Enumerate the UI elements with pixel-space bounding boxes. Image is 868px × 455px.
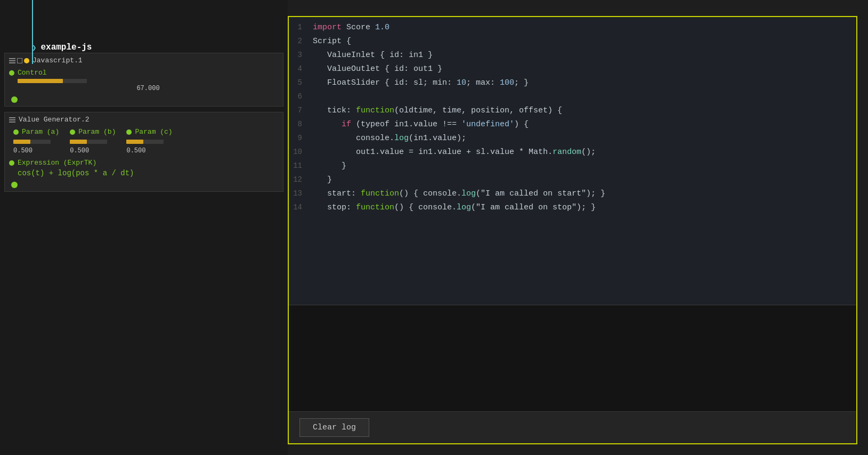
code-line: 10 out1.value = in1.value + sl.value * M… bbox=[289, 147, 856, 161]
node-icons bbox=[9, 58, 29, 63]
dot-green-expr bbox=[9, 160, 14, 166]
line-number: 4 bbox=[289, 64, 313, 73]
code-line: 8 if (typeof in1.value !== 'undefined') … bbox=[289, 119, 856, 133]
param-c-value: 0.500 bbox=[126, 147, 145, 155]
line-number: 13 bbox=[289, 189, 313, 198]
line-number: 1 bbox=[289, 23, 313, 31]
node-javascript: Javascript.1 Control 67.000 bbox=[4, 53, 283, 107]
line-content: } bbox=[313, 175, 332, 184]
dot-green-c bbox=[126, 129, 132, 135]
line-content: out1.value = in1.value + sl.value * Math… bbox=[313, 148, 596, 157]
param-a-value: 0.500 bbox=[13, 147, 33, 155]
expression-label: Expression (ExprTK) bbox=[18, 159, 96, 167]
line-content: start: function() { console.log("I am ca… bbox=[313, 189, 605, 198]
code-line: 6 bbox=[289, 92, 856, 105]
param-c-row: Param (c) bbox=[126, 128, 172, 136]
control-slider[interactable]: 67.000 bbox=[18, 79, 279, 92]
line-number: 9 bbox=[289, 134, 313, 142]
param-a-row: Param (a) bbox=[13, 128, 59, 136]
param-a-col: Param (a) 0.500 bbox=[13, 128, 59, 155]
param-a-fill bbox=[13, 140, 30, 144]
node-header-vg: Value Generator.2 bbox=[9, 116, 279, 124]
code-line: 14 stop: function() { console.log("I am … bbox=[289, 202, 856, 216]
console-area bbox=[289, 305, 856, 411]
line-number: 6 bbox=[289, 92, 313, 101]
node-value-generator: Value Generator.2 Param (a) 0.500 Param … bbox=[4, 112, 283, 192]
dot-green-a bbox=[13, 129, 19, 135]
code-line: 4 ValueOutlet { id: out1 } bbox=[289, 64, 856, 78]
line-content: if (typeof in1.value !== 'undefined') { bbox=[313, 120, 529, 129]
line-content: Script { bbox=[313, 37, 351, 46]
line-content: ValueInlet { id: in1 } bbox=[313, 51, 433, 60]
param-a-slider[interactable] bbox=[13, 140, 51, 144]
line-number: 12 bbox=[289, 175, 313, 184]
code-editor-panel: 1import Score 1.02Script {3 ValueInlet {… bbox=[288, 16, 857, 444]
node-header-js: Javascript.1 bbox=[9, 56, 279, 64]
slider-value: 67.000 bbox=[18, 85, 279, 92]
panel-title-text: example-js bbox=[40, 43, 92, 52]
node-name-vg: Value Generator.2 bbox=[19, 116, 90, 124]
expression-value: cos(t) + log(pos * a / dt) bbox=[18, 169, 279, 177]
code-line: 2Script { bbox=[289, 36, 856, 50]
line-content: ValueOutlet { id: out1 } bbox=[313, 64, 442, 74]
line-content: FloatSlider { id: sl; min: 10; max: 100;… bbox=[313, 78, 529, 87]
code-line: 13 start: function() { console.log("I am… bbox=[289, 189, 856, 202]
square-icon bbox=[17, 58, 22, 63]
line-number: 11 bbox=[289, 161, 313, 170]
menu-icon-2[interactable] bbox=[9, 117, 15, 123]
code-line: 9 console.log(in1.value); bbox=[289, 133, 856, 147]
menu-icon[interactable] bbox=[9, 58, 15, 63]
param-b-label: Param (b) bbox=[78, 128, 116, 136]
bottom-bar: Clear log bbox=[289, 411, 856, 443]
line-number: 8 bbox=[289, 120, 313, 128]
param-b-fill bbox=[70, 140, 87, 144]
code-area[interactable]: 1import Score 1.02Script {3 ValueInlet {… bbox=[289, 17, 856, 305]
line-content: import Score 1.0 bbox=[313, 23, 390, 32]
panel-title: ❯ example-js bbox=[32, 43, 92, 52]
left-panel: ❯ example-js Javascript.1 Control 67.000 bbox=[0, 0, 288, 455]
param-c-label: Param (c) bbox=[135, 128, 172, 136]
line-content: } bbox=[313, 161, 346, 170]
dot-green-b bbox=[70, 129, 75, 135]
line-content: stop: function() { console.log("I am cal… bbox=[313, 203, 596, 212]
dot-green-control bbox=[9, 70, 14, 76]
line-content: console.log(in1.value); bbox=[313, 134, 466, 143]
params-grid: Param (a) 0.500 Param (b) 0.500 bbox=[13, 128, 279, 155]
param-b-row: Param (b) bbox=[70, 128, 116, 136]
line-number: 7 bbox=[289, 106, 313, 115]
code-line: 5 FloatSlider { id: sl; min: 10; max: 10… bbox=[289, 78, 856, 92]
code-line: 12 } bbox=[289, 175, 856, 189]
line-content: tick: function(oldtime, time, position, … bbox=[313, 106, 562, 115]
code-line: 1import Score 1.0 bbox=[289, 22, 856, 36]
param-b-col: Param (b) 0.500 bbox=[70, 128, 116, 155]
expression-row: Expression (ExprTK) bbox=[9, 159, 279, 167]
param-c-slider[interactable] bbox=[126, 140, 164, 144]
line-number: 14 bbox=[289, 203, 313, 212]
code-line: 11 } bbox=[289, 161, 856, 175]
node-output-dot-1 bbox=[11, 96, 18, 103]
param-c-col: Param (c) 0.500 bbox=[126, 128, 172, 155]
chevron-down-icon: ❯ bbox=[32, 43, 36, 52]
param-c-fill bbox=[126, 140, 143, 144]
code-line: 3 ValueInlet { id: in1 } bbox=[289, 50, 856, 64]
node-name-js: Javascript.1 bbox=[33, 56, 83, 64]
line-number: 10 bbox=[289, 148, 313, 156]
control-label: Control bbox=[18, 69, 47, 77]
circle-icon bbox=[24, 58, 29, 63]
param-b-value: 0.500 bbox=[70, 147, 89, 155]
node-output-dot-2 bbox=[11, 182, 18, 188]
line-number: 2 bbox=[289, 37, 313, 45]
line-number: 5 bbox=[289, 78, 313, 87]
slider-track bbox=[18, 79, 87, 83]
connector-line bbox=[32, 0, 33, 64]
param-b-slider[interactable] bbox=[70, 140, 107, 144]
param-a-label: Param (a) bbox=[22, 128, 59, 136]
slider-fill bbox=[18, 79, 63, 83]
code-line: 7 tick: function(oldtime, time, position… bbox=[289, 105, 856, 119]
control-row: Control bbox=[9, 69, 279, 77]
line-number: 3 bbox=[289, 51, 313, 59]
clear-log-button[interactable]: Clear log bbox=[299, 418, 369, 437]
